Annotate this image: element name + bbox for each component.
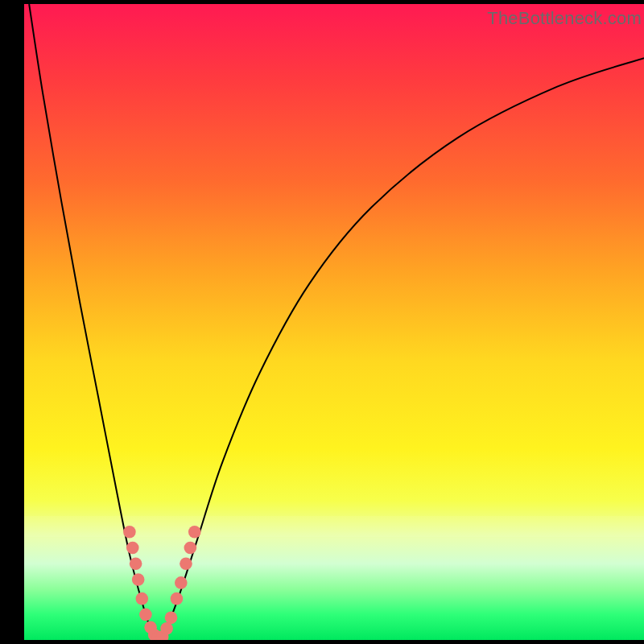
curve-layer: [24, 4, 644, 640]
bead-point: [136, 592, 149, 605]
bead-point: [130, 557, 142, 570]
bead-point: [139, 609, 152, 621]
bead-point: [171, 592, 184, 605]
bead-point: [165, 612, 178, 625]
plot-area: TheBottleneck.com: [24, 4, 644, 640]
chart-frame: TheBottleneck.com: [0, 0, 644, 644]
left-branch-line: [29, 4, 157, 640]
bead-point: [180, 557, 192, 570]
bead-point: [188, 526, 201, 539]
bead-point: [160, 622, 173, 635]
bead-group: [123, 526, 200, 640]
bead-point: [175, 576, 188, 589]
bead-point: [184, 542, 197, 555]
bead-point: [132, 573, 145, 586]
bead-point: [126, 542, 139, 555]
right-branch-line: [158, 58, 644, 640]
bead-point: [123, 526, 136, 539]
